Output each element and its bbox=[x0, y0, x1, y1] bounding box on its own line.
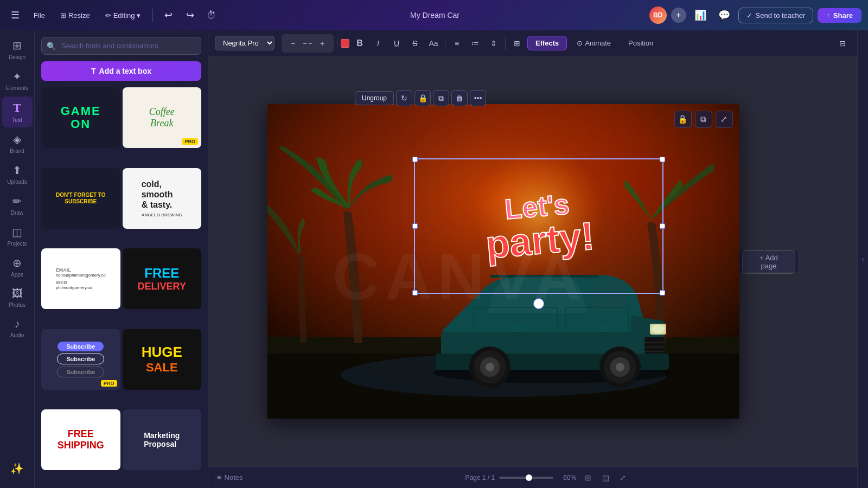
position-button[interactable]: Position bbox=[621, 36, 661, 50]
sidebar-item-design[interactable]: ⊞ Design bbox=[2, 35, 33, 65]
sidebar-item-brand[interactable]: ◈ Brand bbox=[2, 129, 33, 158]
design-icon: ⊞ bbox=[12, 39, 22, 52]
panel-collapse-handle[interactable]: ‹ bbox=[857, 30, 868, 488]
list-button[interactable]: ≔ bbox=[467, 35, 483, 52]
strikethrough-button[interactable]: S bbox=[407, 35, 423, 52]
panel-search-container: 🔍 bbox=[41, 37, 201, 55]
sidebar-item-audio[interactable]: ♪ Audio bbox=[2, 313, 33, 343]
font-card-dont-forget[interactable]: DON'T FORGET TOSUBSCRIBE bbox=[41, 168, 120, 229]
zoom-slider[interactable] bbox=[499, 477, 553, 479]
analytics-button[interactable]: 📊 bbox=[691, 5, 710, 25]
list-view-button[interactable]: ▤ bbox=[598, 470, 613, 485]
font-card-coffee-break[interactable]: CoffeeBreak PRO bbox=[123, 87, 202, 148]
grid-view-button[interactable]: ⊞ bbox=[580, 470, 596, 485]
ungroup-button[interactable]: Ungroup bbox=[355, 91, 394, 105]
animate-button[interactable]: ⊙ Animate bbox=[569, 36, 618, 50]
sidebar-item-projects[interactable]: ◫ Projects bbox=[2, 221, 33, 251]
sidebar-item-photos[interactable]: 🖼 Photos bbox=[2, 283, 33, 312]
canvas-wrapper: Negrita Pro − – – + B I U S Aa ≡ ≔ ⇕ ⊞ E… bbox=[208, 30, 857, 488]
canvas-area[interactable]: CANVA Let's party! ↻ bbox=[267, 104, 739, 419]
elements-icon: ✦ bbox=[12, 70, 22, 83]
check-circle-icon: ✓ bbox=[746, 11, 752, 20]
spacing-button[interactable]: ⇕ bbox=[486, 35, 502, 52]
main-layout: ⊞ Design ✦ Elements T Text ◈ Brand ⬆ Upl… bbox=[0, 30, 868, 488]
font-size-control: − – – + bbox=[282, 34, 334, 53]
share-icon: ↑ bbox=[826, 11, 830, 20]
text-color-picker[interactable] bbox=[341, 39, 349, 48]
italic-button[interactable]: I bbox=[370, 35, 386, 52]
font-card-free-shipping[interactable]: FREESHIPPING bbox=[41, 409, 120, 470]
sidebar-label-projects: Projects bbox=[7, 241, 27, 247]
sidebar-item-magic[interactable]: ✨ bbox=[2, 458, 33, 479]
font-selector[interactable]: Negrita Pro bbox=[215, 36, 275, 50]
font-card-email-web[interactable]: EMAIL hello@philmontgomery.co WEB philmo… bbox=[41, 248, 120, 309]
share-button[interactable]: ↑ Share bbox=[818, 8, 861, 23]
projects-icon: ◫ bbox=[12, 226, 22, 239]
subscribe-btn-outline-white[interactable]: Subscribe bbox=[57, 354, 104, 364]
lock-canvas-button[interactable]: 🔒 bbox=[674, 111, 692, 128]
add-textbox-button[interactable]: T Add a text box bbox=[41, 61, 201, 81]
menu-button[interactable]: ☰ bbox=[7, 7, 24, 24]
search-input[interactable] bbox=[41, 37, 201, 55]
bottom-bar: ≡ Notes Page 1 / 1 60% ⊞ ▤ ⤢ bbox=[208, 466, 857, 488]
font-size-value: – – bbox=[302, 40, 313, 47]
top-navigation: ☰ File ⊞ Resize ✏ Editing ▾ ↩ ↪ ⏱ My Dre… bbox=[0, 0, 868, 30]
font-size-increase-button[interactable]: + bbox=[314, 35, 330, 52]
font-card-game-on[interactable]: GAMEON bbox=[41, 87, 120, 148]
resize-button[interactable]: ⊞ Resize bbox=[55, 9, 95, 22]
copy-canvas-button[interactable]: ⧉ bbox=[695, 111, 712, 128]
subscribe-btn-outline-gray[interactable]: Subscribe bbox=[57, 367, 104, 377]
sidebar-item-elements[interactable]: ✦ Elements bbox=[2, 66, 33, 95]
delete-icon-btn[interactable]: 🗑 bbox=[451, 90, 468, 106]
effects-button[interactable]: Effects bbox=[527, 36, 567, 50]
zoom-thumb[interactable] bbox=[526, 474, 532, 481]
sidebar-item-text[interactable]: T Text bbox=[2, 97, 33, 127]
toolbar-divider-2 bbox=[337, 37, 337, 50]
copy-icon-btn[interactable]: ⧉ bbox=[433, 90, 449, 106]
sidebar-item-uploads[interactable]: ⬆ Uploads bbox=[2, 159, 33, 189]
undo-button[interactable]: ↩ bbox=[159, 7, 177, 24]
notes-button[interactable]: ≡ Notes bbox=[217, 473, 243, 481]
font-size-aa-button[interactable]: Aa bbox=[425, 35, 442, 52]
party-text-element[interactable]: Let's party! bbox=[409, 147, 669, 304]
comments-button[interactable]: 💬 bbox=[714, 5, 734, 25]
lock-icon-btn[interactable]: 🔒 bbox=[414, 90, 431, 106]
send-to-teacher-button[interactable]: ✓ Send to teacher bbox=[738, 8, 814, 23]
add-collaborator-button[interactable]: + bbox=[671, 8, 686, 23]
file-menu-button[interactable]: File bbox=[28, 9, 50, 22]
font-card-cold-smooth[interactable]: cold,smooth& tasty. ANGELO BREWING bbox=[123, 168, 202, 229]
bold-button[interactable]: B bbox=[352, 35, 368, 52]
toolbar-divider-3 bbox=[445, 37, 445, 50]
apps-icon: ⊕ bbox=[12, 256, 22, 269]
coffee-break-text: CoffeeBreak bbox=[149, 106, 175, 129]
expand-view-button[interactable]: ⤢ bbox=[615, 470, 630, 485]
add-page-button[interactable]: + Add page bbox=[742, 250, 795, 274]
underline-button[interactable]: U bbox=[388, 35, 405, 52]
align-button[interactable]: ≡ bbox=[449, 35, 465, 52]
svg-point-19 bbox=[486, 363, 494, 371]
ungroup-toolbar: Ungroup ↻ 🔒 ⧉ 🗑 ••• bbox=[355, 90, 486, 106]
timer-button[interactable]: ⏱ bbox=[203, 7, 220, 24]
font-card-huge-sale[interactable]: HUGE SALE bbox=[123, 329, 202, 390]
editing-button[interactable]: ✏ Editing ▾ bbox=[100, 9, 146, 22]
font-size-decrease-button[interactable]: − bbox=[285, 35, 301, 52]
toolbar-divider-4 bbox=[505, 37, 506, 50]
font-card-free-delivery[interactable]: FREE DELIVERY bbox=[123, 248, 202, 309]
filter-button[interactable]: ⊟ bbox=[834, 35, 851, 52]
page-info: Page 1 / 1 bbox=[465, 474, 495, 481]
zoom-level: 60% bbox=[557, 474, 576, 481]
color-grid-button[interactable]: ⊞ bbox=[509, 35, 525, 52]
sidebar-item-draw[interactable]: ✏ Draw bbox=[2, 190, 33, 220]
font-card-subscribe[interactable]: Subscribe Subscribe Subscribe PRO bbox=[41, 329, 120, 390]
refresh-icon-btn[interactable]: ↻ bbox=[396, 90, 412, 106]
sidebar-item-apps[interactable]: ⊕ Apps bbox=[2, 252, 33, 282]
delivery-word: DELIVERY bbox=[138, 281, 186, 292]
font-card-marketing[interactable]: MarketingProposal bbox=[123, 409, 202, 470]
fullscreen-canvas-button[interactable]: ⤢ bbox=[716, 111, 733, 128]
canvas-container[interactable]: Ungroup ↻ 🔒 ⧉ 🗑 ••• bbox=[208, 56, 857, 466]
sidebar-bottom: ✨ bbox=[2, 458, 33, 484]
redo-button[interactable]: ↪ bbox=[181, 7, 199, 24]
more-icon-btn[interactable]: ••• bbox=[470, 90, 486, 106]
subscribe-btn-filled[interactable]: Subscribe bbox=[58, 342, 104, 351]
sidebar-label-photos: Photos bbox=[9, 302, 25, 308]
